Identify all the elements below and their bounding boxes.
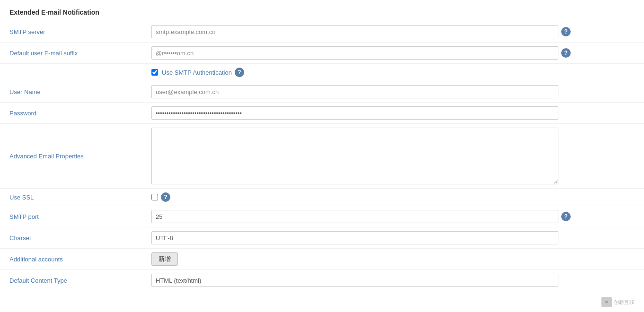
email-suffix-field-row: ?	[151, 46, 635, 60]
watermark: ✕ 创新互联	[601, 297, 635, 307]
smtp-server-label: SMTP server	[0, 21, 142, 43]
additional-accounts-add-button[interactable]: 新增	[151, 252, 178, 266]
user-name-input-cell	[142, 81, 644, 103]
smtp-port-input[interactable]	[151, 210, 558, 223]
user-name-label: User Name	[0, 81, 142, 103]
content-type-input[interactable]	[151, 274, 558, 287]
user-name-field-row	[151, 85, 635, 98]
section-title: Extended E-mail Notification	[0, 5, 644, 21]
password-label: Password	[0, 103, 142, 124]
charset-field-row	[151, 231, 635, 244]
smtp-server-input[interactable]	[151, 25, 558, 38]
email-suffix-input[interactable]	[151, 46, 558, 60]
email-suffix-input-cell: ?	[142, 43, 644, 64]
advanced-email-input-cell	[142, 124, 644, 189]
password-input[interactable]	[151, 106, 558, 120]
additional-accounts-input-cell: 新增	[142, 249, 644, 270]
smtp-port-input-cell: ?	[142, 206, 644, 227]
charset-label: Charset	[0, 227, 142, 249]
watermark-icon: ✕	[601, 297, 612, 307]
charset-input[interactable]	[151, 231, 558, 244]
use-ssl-checkbox[interactable]	[151, 194, 158, 200]
advanced-email-field-row	[151, 128, 635, 184]
smtp-port-help-icon[interactable]: ?	[561, 212, 571, 221]
email-suffix-label: Default user E-mail suffix	[0, 43, 142, 64]
smtp-server-field-row: ?	[151, 25, 635, 38]
password-input-cell	[142, 103, 644, 124]
password-row: Password	[0, 103, 644, 124]
email-suffix-help-icon[interactable]: ?	[561, 48, 571, 58]
smtp-auth-row: Use SMTP Authentication ?	[0, 64, 644, 81]
smtp-auth-checkbox-label: Use SMTP Authentication	[162, 69, 232, 76]
content-type-input-cell	[142, 270, 644, 291]
smtp-port-row: SMTP port ?	[0, 206, 644, 227]
user-name-input[interactable]	[151, 85, 558, 98]
form-table: SMTP server ? Default user E-mail suffix…	[0, 21, 644, 291]
smtp-auth-input-cell: Use SMTP Authentication ?	[142, 64, 644, 81]
smtp-auth-field-row: Use SMTP Authentication ?	[151, 68, 635, 77]
use-ssl-input-cell: ?	[142, 189, 644, 206]
content-type-label: Default Content Type	[0, 270, 142, 291]
smtp-auth-checkbox[interactable]	[151, 69, 158, 76]
use-ssl-field-row: ?	[151, 192, 635, 202]
page-container: Extended E-mail Notification SMTP server…	[0, 0, 644, 312]
additional-accounts-field-row: 新增	[151, 252, 635, 266]
charset-row: Charset	[0, 227, 644, 249]
content-type-row: Default Content Type	[0, 270, 644, 291]
watermark-text: 创新互联	[614, 299, 635, 306]
use-ssl-help-icon[interactable]: ?	[161, 192, 170, 202]
smtp-server-row: SMTP server ?	[0, 21, 644, 43]
user-name-row: User Name	[0, 81, 644, 103]
email-suffix-row: Default user E-mail suffix ?	[0, 43, 644, 64]
smtp-auth-help-icon[interactable]: ?	[235, 68, 244, 77]
advanced-email-textarea[interactable]	[151, 128, 558, 184]
advanced-email-row: Advanced Email Properties	[0, 124, 644, 189]
smtp-port-field-row: ?	[151, 210, 635, 223]
smtp-server-input-cell: ?	[142, 21, 644, 43]
smtp-auth-label-cell	[0, 64, 142, 81]
charset-input-cell	[142, 227, 644, 249]
smtp-port-label: SMTP port	[0, 206, 142, 227]
additional-accounts-row: Additional accounts 新增	[0, 249, 644, 270]
password-field-row	[151, 106, 635, 120]
use-ssl-label: Use SSL	[0, 189, 142, 206]
use-ssl-row: Use SSL ?	[0, 189, 644, 206]
content-type-field-row	[151, 274, 635, 287]
smtp-server-help-icon[interactable]: ?	[561, 27, 571, 36]
advanced-email-label: Advanced Email Properties	[0, 124, 142, 189]
additional-accounts-label: Additional accounts	[0, 249, 142, 270]
smtp-auth-checkbox-row: Use SMTP Authentication	[151, 69, 232, 76]
